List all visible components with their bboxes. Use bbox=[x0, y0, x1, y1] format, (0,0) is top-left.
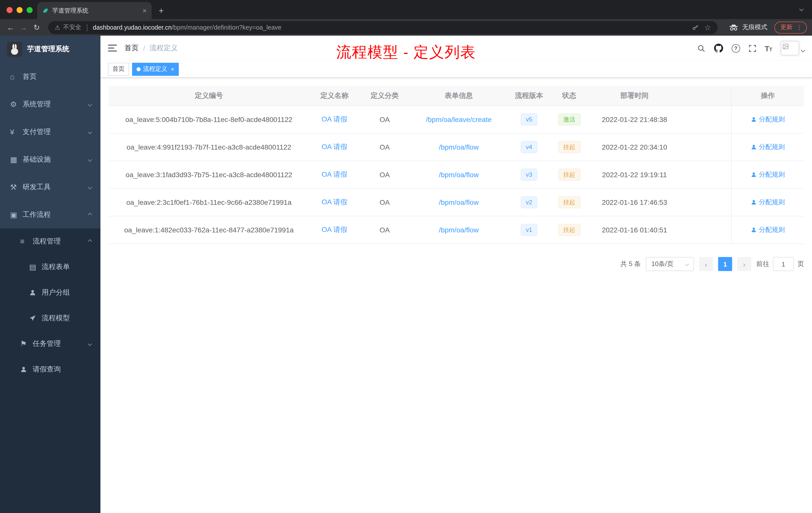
deploy-time: 2022-01-16 01:40:51 bbox=[588, 216, 681, 243]
window-close-button[interactable] bbox=[6, 7, 12, 13]
chevron-down-icon bbox=[88, 341, 92, 346]
next-page-button[interactable]: › bbox=[737, 257, 751, 271]
definition-category: OA bbox=[359, 189, 410, 216]
app-logo[interactable]: 芋道管理系统 bbox=[0, 36, 100, 63]
workflow-icon: ▣ bbox=[10, 210, 23, 219]
definition-name-link[interactable]: OA 请假 bbox=[322, 225, 348, 234]
assign-rule-button[interactable]: 分配规则 bbox=[751, 198, 785, 207]
password-key-icon[interactable] bbox=[692, 24, 699, 31]
help-icon[interactable]: ? bbox=[731, 44, 740, 53]
table-row: oa_leave:3:1fad3d93-7b75-11ec-a3c8-acde4… bbox=[109, 161, 804, 189]
sidebar-item-process-model[interactable]: 流程模型 bbox=[0, 305, 100, 331]
page-url: dashboard.yudao.iocoder.cn/bpm/manager/d… bbox=[93, 24, 689, 31]
definition-name-link[interactable]: OA 请假 bbox=[322, 115, 348, 124]
definition-name-link[interactable]: OA 请假 bbox=[322, 198, 348, 207]
definition-name-link[interactable]: OA 请假 bbox=[322, 143, 348, 152]
status-tag: 挂起 bbox=[558, 169, 580, 181]
deploy-time: 2022-01-16 17:46:53 bbox=[588, 189, 681, 216]
table-row: oa_leave:1:482ec033-762a-11ec-8477-a2380… bbox=[109, 216, 804, 244]
definition-table: 定义编号 定义名称 定义分类 表单信息 流程版本 状态 部署时间 操作 oa_l… bbox=[109, 86, 804, 244]
new-tab-button[interactable]: + bbox=[159, 6, 164, 15]
window-minimize-button[interactable] bbox=[17, 7, 23, 13]
form-link[interactable]: /bpm/oa/flow bbox=[439, 143, 479, 151]
sidebar-item-leave-query[interactable]: 请假查询 bbox=[0, 356, 100, 382]
sidebar-item-system-management[interactable]: ⚙ 系统管理 bbox=[0, 90, 100, 118]
column-header: 操作 bbox=[731, 86, 804, 105]
address-bar[interactable]: ⚠ 不安全 dashboard.yudao.iocoder.cn/bpm/man… bbox=[48, 21, 718, 34]
sidebar-item-process-management[interactable]: ≡ 流程管理 bbox=[0, 229, 100, 254]
deploy-time: 2022-01-22 20:34:10 bbox=[588, 133, 681, 161]
definition-category: OA bbox=[359, 133, 410, 161]
prev-page-button[interactable]: ‹ bbox=[699, 257, 713, 271]
hamburger-icon[interactable] bbox=[108, 44, 117, 52]
sidebar-item-process-form[interactable]: ▤ 流程表单 bbox=[0, 254, 100, 280]
browser-update-menu-button[interactable]: 更新 ⋮ bbox=[774, 21, 807, 33]
sidebar-item-user-group[interactable]: 用户分组 bbox=[0, 280, 100, 305]
tab-title: 芋道管理系统 bbox=[52, 6, 139, 15]
chevron-down-icon bbox=[801, 48, 805, 53]
deploy-time: 2022-01-22 19:19:11 bbox=[588, 161, 681, 188]
form-link[interactable]: /bpm/oa/flow bbox=[439, 226, 479, 234]
browser-tab[interactable]: 芋道管理系统 × bbox=[37, 2, 152, 19]
tag-process-definition[interactable]: 流程定义 × bbox=[132, 62, 179, 76]
user-icon bbox=[751, 117, 757, 122]
status-tag: 挂起 bbox=[558, 141, 580, 153]
font-size-icon[interactable]: TT bbox=[764, 44, 772, 52]
page-size-select[interactable]: 10条/页 bbox=[646, 257, 694, 271]
sidebar-item-home[interactable]: ⌂ 首页 bbox=[0, 63, 100, 90]
forward-button[interactable]: → bbox=[18, 22, 29, 33]
sidebar-item-workflow[interactable]: ▣ 工作流程 bbox=[0, 201, 100, 229]
sidebar-item-dev-tools[interactable]: ⚒ 研发工具 bbox=[0, 173, 100, 201]
breadcrumb-current: 流程定义 bbox=[150, 44, 178, 53]
assign-rule-button[interactable]: 分配规则 bbox=[751, 170, 785, 179]
browser-tab-strip: 芋道管理系统 × + bbox=[0, 0, 812, 19]
assign-rule-button[interactable]: 分配规则 bbox=[751, 143, 785, 152]
version-tag: v1 bbox=[521, 224, 537, 236]
back-button[interactable]: ← bbox=[5, 22, 16, 33]
chevron-down-icon bbox=[88, 130, 92, 134]
assign-rule-button[interactable]: 分配规则 bbox=[751, 225, 785, 234]
tab-search-chevron-icon[interactable] bbox=[800, 7, 804, 11]
column-header: 表单信息 bbox=[410, 86, 508, 105]
home-icon: ⌂ bbox=[10, 72, 23, 81]
bookmark-star-icon[interactable]: ☆ bbox=[704, 24, 711, 31]
definition-category: OA bbox=[359, 216, 410, 243]
goto-page-input[interactable] bbox=[773, 257, 794, 271]
security-label[interactable]: 不安全 bbox=[63, 23, 81, 32]
form-link[interactable]: /bpm/oa/flow bbox=[439, 198, 479, 206]
assign-rule-button[interactable]: 分配规则 bbox=[751, 115, 785, 124]
user-icon bbox=[751, 172, 757, 178]
sidebar-item-payment-management[interactable]: ¥ 支付管理 bbox=[0, 118, 100, 146]
form-icon: ▤ bbox=[29, 262, 42, 271]
tab-close-icon[interactable]: × bbox=[143, 7, 147, 14]
reload-button[interactable]: ↻ bbox=[31, 22, 42, 33]
yen-icon: ¥ bbox=[10, 127, 23, 136]
workflow-submenu: ≡ 流程管理 ▤ 流程表单 用户分组 bbox=[0, 229, 100, 513]
deploy-time: 2022-01-22 21:48:38 bbox=[588, 106, 681, 133]
column-header: 状态 bbox=[550, 86, 588, 105]
fullscreen-icon[interactable] bbox=[749, 44, 756, 52]
app-title: 芋道管理系统 bbox=[27, 45, 69, 54]
column-header: 部署时间 bbox=[588, 86, 681, 105]
tag-home[interactable]: 首页 bbox=[108, 62, 129, 76]
definition-name-link[interactable]: OA 请假 bbox=[322, 170, 348, 179]
user-avatar[interactable] bbox=[781, 41, 805, 55]
tag-close-icon[interactable]: × bbox=[171, 66, 174, 72]
github-icon[interactable] bbox=[714, 44, 723, 53]
search-icon[interactable] bbox=[697, 44, 705, 53]
url-domain: dashboard.yudao.iocoder.cn bbox=[93, 24, 172, 31]
sidebar-item-task-management[interactable]: ⚑ 任务管理 bbox=[0, 331, 100, 356]
form-link[interactable]: /bpm/oa/flow bbox=[439, 171, 479, 179]
column-header: 定义分类 bbox=[359, 86, 410, 105]
sidebar-item-infrastructure[interactable]: ▦ 基础设施 bbox=[0, 146, 100, 173]
form-link[interactable]: /bpm/oa/leave/create bbox=[426, 116, 492, 123]
avatar-image bbox=[781, 41, 799, 55]
user-icon bbox=[20, 366, 33, 373]
list-icon: ≡ bbox=[20, 237, 33, 245]
breadcrumb-home[interactable]: 首页 bbox=[124, 44, 139, 53]
incognito-label: 无痕模式 bbox=[742, 23, 767, 32]
window-zoom-button[interactable] bbox=[27, 7, 33, 13]
table-header-row: 定义编号 定义名称 定义分类 表单信息 流程版本 状态 部署时间 操作 bbox=[109, 86, 804, 106]
page-number-button[interactable]: 1 bbox=[718, 257, 732, 271]
omnibox-divider bbox=[87, 24, 87, 31]
